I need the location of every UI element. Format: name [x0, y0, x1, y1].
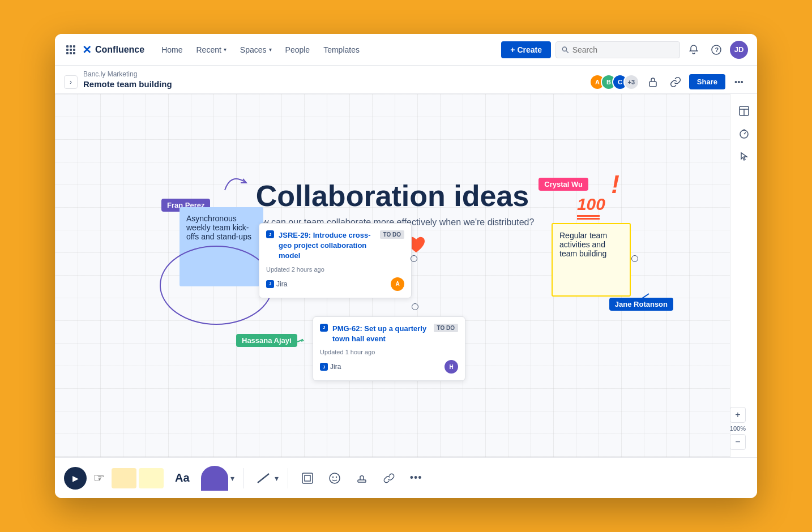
- jira-card-2-footer: J Jira H: [320, 360, 458, 374]
- link-button[interactable]: [666, 73, 685, 91]
- sticky-note-yellow[interactable]: Regular team activities and team buildin…: [552, 223, 631, 297]
- logo-icon: ✕: [82, 43, 92, 57]
- timer-tool-button[interactable]: [734, 123, 754, 144]
- share-button[interactable]: Share: [689, 74, 725, 89]
- notifications-button[interactable]: [685, 41, 703, 59]
- nav-recent[interactable]: Recent ▾: [190, 42, 232, 58]
- frame-tool-button[interactable]: [297, 468, 318, 488]
- svg-line-19: [744, 132, 746, 134]
- help-button[interactable]: ?: [707, 41, 725, 59]
- shape-chevron-icon[interactable]: ▾: [230, 474, 234, 483]
- svg-point-23: [330, 473, 340, 483]
- jira-card-2-source: J Jira: [320, 363, 341, 371]
- stamp-tool-button[interactable]: [352, 468, 372, 488]
- svg-rect-26: [358, 480, 366, 482]
- table-icon: [739, 106, 749, 116]
- jira-card-2-status: TO DO: [434, 324, 458, 332]
- jira-card-1-updated: Updated 2 hours ago: [266, 266, 404, 273]
- nav-home[interactable]: Home: [156, 42, 188, 58]
- help-icon: ?: [711, 45, 721, 55]
- timer-icon: [739, 128, 749, 139]
- user-avatar[interactable]: JD: [730, 41, 748, 59]
- jane-rotanson-label: Jane Rotanson: [609, 298, 673, 311]
- jira-card-2-title: PMG-62: Set up a quarterly town hall eve…: [332, 324, 429, 344]
- jira-card-1-title: JSRE-29: Introduce cross-geo project col…: [279, 230, 375, 261]
- play-button[interactable]: ▶: [64, 467, 87, 490]
- create-button[interactable]: + Create: [501, 41, 551, 58]
- sticky-cards-picker: [112, 468, 164, 488]
- nav-people[interactable]: People: [280, 42, 316, 58]
- ellipsis-icon: •••: [734, 77, 743, 87]
- page-title: Remote team building: [83, 79, 172, 89]
- line-tool-group: ▾: [253, 468, 279, 488]
- exclamation-decoration: !: [611, 170, 619, 199]
- sidebar-toggle[interactable]: ›: [64, 75, 78, 89]
- breadcrumb-area: Banc.ly Marketing Remote team building: [83, 70, 589, 93]
- shape-button[interactable]: [201, 466, 228, 491]
- bell-icon: [689, 45, 699, 55]
- line-tool-button[interactable]: [253, 468, 273, 488]
- link-embed-button[interactable]: [379, 468, 399, 488]
- toolbar-divider-2: [288, 468, 288, 488]
- more-options-button[interactable]: •••: [730, 73, 748, 91]
- collaborators-avatars: A B C +3: [589, 74, 639, 90]
- jira-card-2[interactable]: J PMG-62: Set up a quarterly town hall e…: [313, 316, 465, 381]
- sketch-arrow-svg: [219, 168, 253, 196]
- lock-icon: [648, 77, 657, 87]
- nav-templates[interactable]: Templates: [318, 42, 365, 58]
- canvas-side-tools: [730, 94, 757, 457]
- logo[interactable]: ✕ Confluence: [82, 43, 144, 57]
- jira-card-1-source: J Jira: [266, 280, 287, 288]
- app-window: ✕ Confluence Home Recent ▾ Spaces ▾ Peop…: [55, 34, 757, 498]
- sticky-note-blue[interactable]: Asynchronous weekly team kick-offs and s…: [180, 207, 263, 286]
- line-chevron-icon[interactable]: ▾: [275, 474, 279, 483]
- text-tool-button[interactable]: Aa: [170, 469, 194, 487]
- svg-rect-2: [73, 45, 75, 48]
- more-tools-button[interactable]: •••: [406, 468, 426, 488]
- canvas-title-area: Collaboration ideas How can our team col…: [55, 179, 730, 228]
- jira-card-1-avatar: A: [391, 277, 404, 291]
- hand-cursor-icon[interactable]: ☞: [93, 471, 105, 486]
- jira-source-icon-2: J: [320, 363, 328, 371]
- svg-rect-3: [66, 49, 69, 51]
- svg-rect-8: [73, 52, 75, 54]
- table-tool-button[interactable]: [734, 101, 754, 121]
- radio-circle-1: [411, 255, 417, 262]
- crystal-wu-label: Crystal Wu: [539, 178, 588, 191]
- search-icon: [562, 46, 569, 54]
- jira-card-1-footer: J Jira A: [266, 277, 404, 291]
- avatar-extra-count: +3: [623, 74, 639, 90]
- svg-line-20: [258, 474, 269, 483]
- emoji-tool-button[interactable]: [324, 468, 345, 488]
- svg-line-10: [566, 50, 569, 53]
- play-icon: ▶: [72, 474, 79, 483]
- arrow-decoration-1: [219, 168, 253, 198]
- grid-icon[interactable]: [64, 43, 78, 57]
- svg-rect-1: [70, 45, 72, 48]
- emoji-icon: [328, 472, 341, 484]
- chevron-right-icon: ›: [70, 78, 72, 86]
- jira-card-1[interactable]: J JSRE-29: Introduce cross-geo project c…: [259, 223, 412, 298]
- lock-button[interactable]: [644, 73, 662, 91]
- more-tools-icon: •••: [410, 472, 422, 484]
- radio-circle-2: [631, 255, 638, 262]
- zoom-out-button[interactable]: −: [730, 434, 746, 450]
- svg-rect-5: [73, 49, 75, 51]
- nav-links: Home Recent ▾ Spaces ▾ People Templates: [156, 42, 497, 58]
- canvas[interactable]: Collaboration ideas How can our team col…: [55, 94, 730, 457]
- svg-rect-21: [302, 473, 313, 483]
- pointer-icon: [739, 151, 749, 161]
- zoom-in-button[interactable]: +: [730, 407, 746, 423]
- breadcrumb: Banc.ly Marketing: [83, 70, 589, 78]
- nav-spaces[interactable]: Spaces ▾: [234, 42, 277, 58]
- frame-icon: [301, 472, 314, 484]
- pointer-tool-button[interactable]: [734, 146, 754, 166]
- search-box[interactable]: [555, 41, 680, 58]
- yellow-card-2[interactable]: [139, 468, 164, 488]
- yellow-card-1[interactable]: [112, 468, 136, 488]
- svg-rect-0: [66, 45, 69, 48]
- canvas-main-title: Collaboration ideas: [55, 179, 730, 213]
- search-input[interactable]: [572, 45, 674, 54]
- svg-rect-6: [66, 52, 69, 54]
- jira-icon-2: J: [320, 324, 328, 332]
